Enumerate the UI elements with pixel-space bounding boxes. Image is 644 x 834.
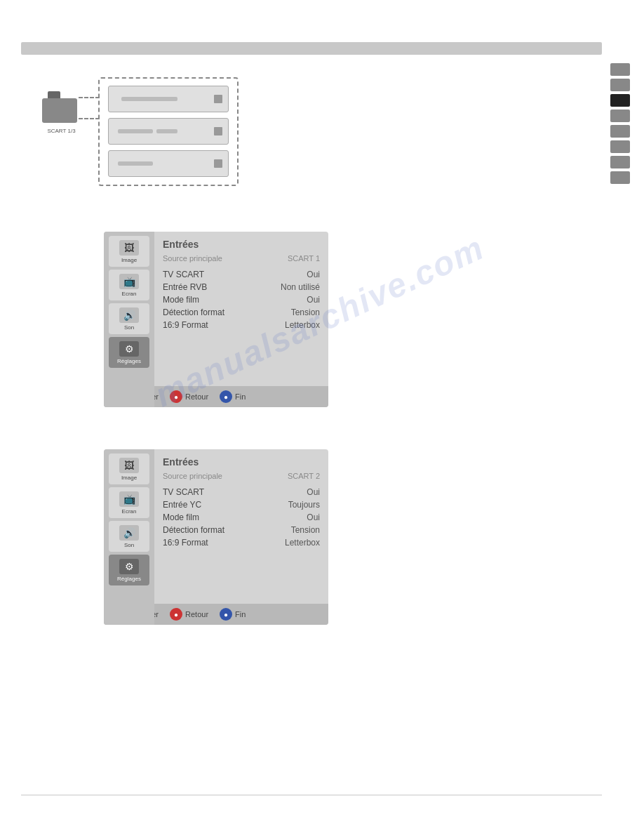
menu-2-end-btn[interactable]: ● Fin xyxy=(220,608,246,621)
menu-2-row-2: Mode film Oui xyxy=(163,511,320,524)
bottom-divider xyxy=(21,795,602,795)
menu-1-row-0-value: Oui xyxy=(307,270,320,279)
right-tab-8[interactable] xyxy=(610,171,630,184)
ecran-icon: 📺 xyxy=(119,274,139,289)
reglages-icon-2: ⚙ xyxy=(119,559,139,574)
menu-2-row-1-label: Entrée YC xyxy=(163,500,201,510)
menu-2-icon-image[interactable]: 🖼 Image xyxy=(109,454,149,484)
device-1 xyxy=(108,86,229,112)
menu-2-icon-ecran[interactable]: 📺 Ecran xyxy=(109,487,149,518)
right-tab-4[interactable] xyxy=(610,110,630,122)
menu-2-row-4-value: Letterbox xyxy=(285,538,320,548)
menu-2-back-btn[interactable]: ● Retour xyxy=(170,608,208,621)
device-1-indicator xyxy=(214,95,222,103)
menu-1-row-2-label: Mode film xyxy=(163,295,199,305)
device-3-slot xyxy=(118,161,153,166)
menu-panel-2: 🖼 Image 📺 Ecran 🔊 Son ⚙ Réglages Entrées… xyxy=(104,449,328,625)
menu-1-row-3: Détection format Tension xyxy=(163,306,320,319)
menu-2-row-3-label: Détection format xyxy=(163,525,224,535)
right-tab-2[interactable] xyxy=(610,79,630,91)
menu-2-content: Entrées Source principale SCART 2 TV SCA… xyxy=(154,449,328,604)
menu-2-row-2-value: Oui xyxy=(307,512,320,522)
menu-1-row-4-label: 16:9 Format xyxy=(163,320,208,330)
menu-1-row-2-value: Oui xyxy=(307,295,320,305)
menu-1-icon-ecran[interactable]: 📺 Ecran xyxy=(109,270,149,300)
back-red-icon: ● xyxy=(170,390,182,403)
menu-1-icon-son[interactable]: 🔊 Son xyxy=(109,303,149,334)
menu-panel-1: 🖼 Image 📺 Ecran 🔊 Son ⚙ Réglages Entrées… xyxy=(104,232,328,407)
menu-1-row-4-value: Letterbox xyxy=(285,320,320,330)
menu-1-icon-reglages[interactable]: ⚙ Réglages xyxy=(109,337,149,368)
reglages-icon: ⚙ xyxy=(119,341,139,357)
right-tab-6[interactable] xyxy=(610,140,630,153)
menu-1-title: Entrées xyxy=(163,239,320,250)
menu-2-row-1: Entrée YC Toujours xyxy=(163,498,320,511)
menu-1-icon-image[interactable]: 🖼 Image xyxy=(109,236,149,267)
device-2-slot2 xyxy=(156,129,177,133)
menu-2-row-3-value: Tension xyxy=(291,525,320,535)
menu-1-row-3-label: Détection format xyxy=(163,307,224,317)
end-blue-icon-2: ● xyxy=(220,608,232,621)
device-2 xyxy=(108,118,229,145)
menu-2-icon-reglages[interactable]: ⚙ Réglages xyxy=(109,555,149,585)
scart-connector: SCART 1/3 xyxy=(42,91,84,147)
device-2-indicator xyxy=(214,127,222,135)
menu-2-source-label: Source principale xyxy=(163,472,222,480)
menu-2-source: Source principale SCART 2 xyxy=(163,472,320,480)
ecran-icon-2: 📺 xyxy=(119,491,139,507)
menu-2-title: Entrées xyxy=(163,456,320,468)
menu-2-source-value: SCART 2 xyxy=(288,472,320,480)
diagram-area: SCART 1/3 xyxy=(42,77,337,197)
menu-1-row-0-label: TV SCART xyxy=(163,270,204,279)
dashed-device-box xyxy=(98,77,239,186)
menu-2-row-0-label: TV SCART xyxy=(163,487,204,497)
menu-2-row-3: Détection format Tension xyxy=(163,524,320,536)
image-icon: 🖼 xyxy=(119,240,139,256)
image-icon-2: 🖼 xyxy=(119,458,139,473)
menu-1-content: Entrées Source principale SCART 1 TV SCA… xyxy=(154,232,328,386)
end-blue-icon: ● xyxy=(220,390,232,403)
menu-1-source-value: SCART 1 xyxy=(288,254,320,263)
right-tab-1[interactable] xyxy=(610,63,630,76)
menu-1-row-3-value: Tension xyxy=(291,307,320,317)
menu-1-source: Source principale SCART 1 xyxy=(163,254,320,263)
device-3-indicator xyxy=(214,159,222,168)
menu-1-back-label: Retour xyxy=(185,392,208,401)
menu-1-row-1-value: Non utilisé xyxy=(281,282,320,292)
menu-1-end-label: Fin xyxy=(235,392,246,401)
son-icon-2: 🔊 xyxy=(119,525,139,541)
menu-2-back-label: Retour xyxy=(185,610,208,618)
menu-1-row-2: Mode film Oui xyxy=(163,293,320,306)
menu-2-row-2-label: Mode film xyxy=(163,512,199,522)
right-tabs xyxy=(610,63,630,184)
scart-body xyxy=(42,98,77,123)
menu-2-row-0-value: Oui xyxy=(307,487,320,497)
menu-1-row-1-label: Entrée RVB xyxy=(163,282,207,292)
menu-2-end-label: Fin xyxy=(235,610,246,618)
dash-line-top xyxy=(79,97,100,98)
dash-line-bottom xyxy=(79,118,100,119)
back-red-icon-2: ● xyxy=(170,608,182,621)
menu-1-row-1: Entrée RVB Non utilisé xyxy=(163,281,320,293)
right-tab-7[interactable] xyxy=(610,156,630,168)
scart-label: SCART 1/3 xyxy=(42,128,81,134)
device-1-slot xyxy=(121,97,177,101)
menu-1-back-btn[interactable]: ● Retour xyxy=(170,390,208,403)
menu-2-icon-son[interactable]: 🔊 Son xyxy=(109,521,149,552)
menu-2-row-0: TV SCART Oui xyxy=(163,486,320,498)
right-tab-5[interactable] xyxy=(610,125,630,138)
device-2-slot xyxy=(118,129,153,133)
menu-2-sidebar: 🖼 Image 📺 Ecran 🔊 Son ⚙ Réglages xyxy=(104,449,154,625)
son-icon: 🔊 xyxy=(119,307,139,323)
menu-1-end-btn[interactable]: ● Fin xyxy=(220,390,246,403)
device-3 xyxy=(108,150,229,177)
top-bar xyxy=(21,42,602,55)
menu-1-source-label: Source principale xyxy=(163,254,222,263)
menu-1-row-0: TV SCART Oui xyxy=(163,268,320,281)
menu-1-row-4: 16:9 Format Letterbox xyxy=(163,319,320,331)
menu-2-row-1-value: Toujours xyxy=(288,500,320,510)
menu-2-row-4-label: 16:9 Format xyxy=(163,538,208,548)
right-tab-3-active[interactable] xyxy=(610,94,630,107)
menu-1-sidebar: 🖼 Image 📺 Ecran 🔊 Son ⚙ Réglages xyxy=(104,232,154,407)
menu-2-row-4: 16:9 Format Letterbox xyxy=(163,536,320,549)
